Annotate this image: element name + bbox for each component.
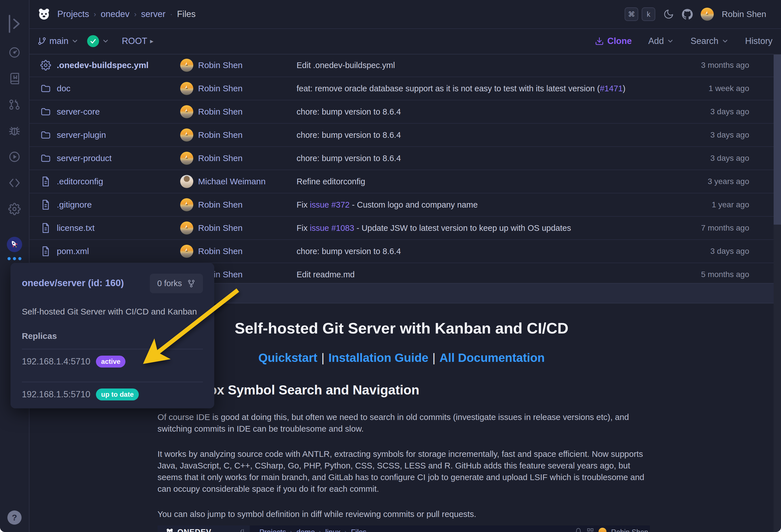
table-row[interactable]: .onedev-buildspec.ymlRobin ShenEdit .one… [29,54,774,77]
build-status-selector[interactable] [87,35,109,47]
table-row[interactable]: docRobin Shenfeat: remove oracle databas… [29,77,774,100]
author-link[interactable]: Robin Shen [198,107,243,117]
table-row[interactable]: .gitignoreRobin ShenFix issue #372 - Cus… [29,193,774,217]
file-name-link[interactable]: server-core [57,107,100,117]
table-row[interactable]: server-pluginRobin Shenchore: bump versi… [29,124,774,147]
author-avatar[interactable] [180,59,193,72]
file-name-link[interactable]: server-plugin [57,130,106,140]
pipe-separator: | [428,351,440,364]
breadcrumb-link[interactable]: onedev [101,9,130,19]
help-button[interactable]: ? [7,511,22,525]
commit-date: 3 days ago [710,154,749,163]
onedev-logo-icon[interactable] [37,7,51,21]
history-button[interactable]: History [745,36,773,46]
file-name-link[interactable]: doc [57,84,70,93]
author-link[interactable]: Robin Shen [198,84,243,93]
file-name-link[interactable]: license.txt [57,223,94,233]
shortcut-cmd-key[interactable]: ⌘ [625,7,638,21]
table-row[interactable]: .editorconfigMichael WeimannRefine edito… [29,170,774,193]
docs-book-icon[interactable] [8,72,21,85]
code-icon[interactable] [8,177,21,189]
commit-message: Edit readme.md [296,270,355,279]
author-avatar[interactable] [180,221,193,234]
breadcrumb-link[interactable]: Projects [57,9,89,19]
author-link[interactable]: Robin Shen [198,223,243,233]
author-avatar[interactable] [180,128,193,141]
replica-status-badge: up to date [96,389,139,400]
author-link[interactable]: Robin Shen [198,130,243,140]
author-link[interactable]: Robin Shen [198,247,243,256]
project-rocket-avatar[interactable] [7,237,22,252]
file-name-link[interactable]: server-product [57,153,112,163]
file-name-link[interactable]: pom.xml [57,247,89,256]
scrollbar-thumb[interactable] [774,54,781,225]
clone-button[interactable]: Clone [595,36,632,46]
bug-icon[interactable] [8,125,21,137]
commit-date: 5 months ago [701,270,749,279]
dashboard-icon[interactable] [8,46,21,59]
file-name-link[interactable]: .gitignore [57,200,92,210]
path-root-link[interactable]: ROOT ▸ [122,36,154,46]
breadcrumb-link[interactable]: server [141,9,165,19]
readme-content: Self-hosted Git Server with Kanban and C… [158,303,646,520]
collapse-icon [238,528,245,532]
author-link[interactable]: Robin Shen [198,200,243,210]
add-menu[interactable]: Add [648,36,674,46]
message-text: Fix [296,200,310,209]
buildspec-gear-icon [40,60,51,71]
commit-message: Edit .onedev-buildspec.yml [296,61,395,70]
search-menu[interactable]: Search [691,36,729,46]
branch-selector[interactable]: main [37,36,79,46]
table-row[interactable]: license.txtRobin ShenFix issue #1083 - U… [29,217,774,240]
issue-link[interactable]: issue #1083 [310,223,354,232]
commit-date: 1 week ago [709,84,749,93]
commit-date: 1 year ago [712,200,749,209]
table-row[interactable]: pom.xmlRobin Shenchore: bump version to … [29,240,774,263]
popup-project-title[interactable]: onedev/server (id: 160) [22,278,124,289]
author-avatar[interactable] [180,175,193,188]
issue-link[interactable]: #1471 [600,84,623,93]
bell-icon [575,528,582,532]
pull-request-icon[interactable] [8,98,21,111]
file-icon [40,176,51,187]
table-row[interactable]: server-productRobin Shenchore: bump vers… [29,147,774,170]
author-link[interactable]: Robin Shen [198,153,243,163]
avatar [599,528,607,532]
builds-play-icon[interactable] [8,150,21,163]
author-avatar[interactable] [180,105,193,118]
readme-doc-link[interactable]: Installation Guide [328,351,428,364]
repo-toolbar: main ROOT ▸ Clone Add Search [29,28,781,54]
forks-button[interactable]: 0 forks [150,274,203,293]
commit-date: 3 years ago [708,177,749,186]
readme-doc-link[interactable]: Quickstart [258,351,318,364]
folder-icon [40,106,51,117]
author-link[interactable]: Robin Shen [198,60,243,70]
embedded-brand: ONEDEV [177,528,211,532]
message-text: - Custom logo and company name [350,200,478,209]
dark-mode-moon-icon[interactable] [663,9,674,19]
commit-message: feat: remove oracle database support as … [296,84,625,93]
file-name-link[interactable]: .onedev-buildspec.yml [57,60,149,70]
author-avatar[interactable] [180,152,193,165]
replica-row: 192.168.1.4:5710active [22,349,203,374]
issue-link[interactable]: issue #372 [310,200,350,209]
shortcut-k-key[interactable]: k [642,7,655,21]
user-avatar[interactable] [701,8,714,21]
author-avatar[interactable] [180,198,193,211]
author-avatar[interactable] [180,245,193,258]
file-name-link[interactable]: .editorconfig [57,177,103,186]
github-icon[interactable] [682,9,693,19]
sidebar-expand-icon[interactable] [7,13,22,35]
author-avatar[interactable] [180,82,193,95]
folder-icon [40,83,51,94]
more-options-dots[interactable] [8,257,22,260]
author-link[interactable]: Michael Weimann [198,177,265,186]
embedded-sidebar: ONEDEV [158,526,250,532]
forks-count: 0 forks [157,279,182,288]
user-name[interactable]: Robin Shen [722,9,766,19]
table-row[interactable]: server-coreRobin Shenchore: bump version… [29,100,774,124]
scrollbar-track [774,54,781,532]
settings-gear-icon[interactable] [8,203,21,215]
chevron-right-icon: › [319,528,322,532]
readme-doc-link[interactable]: All Documentation [439,351,545,364]
